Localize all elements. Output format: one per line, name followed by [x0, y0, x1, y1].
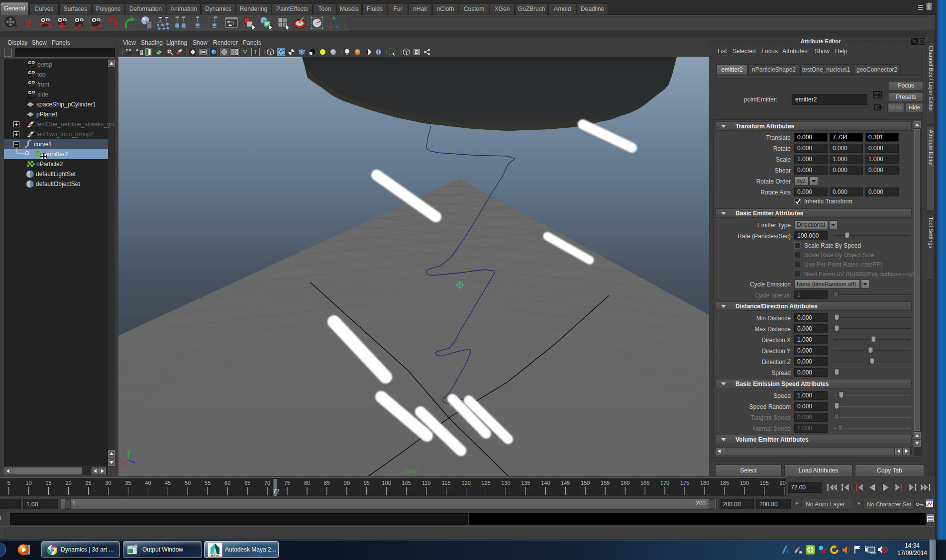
svg-text:155: 155: [601, 480, 610, 486]
svg-text:130: 130: [501, 480, 510, 486]
svg-text:200: 200: [780, 480, 786, 486]
svg-text:60: 60: [224, 480, 230, 486]
svg-text:persp: persp: [403, 467, 418, 474]
svg-text:100: 100: [382, 480, 391, 486]
svg-text:170: 170: [660, 480, 669, 486]
svg-text:115: 115: [442, 480, 451, 486]
svg-text:5: 5: [7, 480, 10, 486]
svg-text:185: 185: [720, 480, 729, 486]
svg-text:72: 72: [273, 488, 280, 495]
svg-text:180: 180: [700, 480, 709, 486]
svg-text:190: 190: [740, 480, 749, 486]
svg-text:85: 85: [324, 480, 330, 486]
svg-text:y: y: [129, 448, 132, 453]
svg-text:70: 70: [264, 480, 270, 486]
svg-text:140: 140: [541, 480, 550, 486]
svg-text:30: 30: [105, 480, 111, 486]
svg-text:175: 175: [680, 480, 689, 486]
svg-text:160: 160: [621, 480, 630, 486]
svg-text:45: 45: [165, 480, 171, 486]
svg-text:?: ?: [25, 16, 32, 30]
svg-text:120: 120: [461, 480, 470, 486]
svg-text:95: 95: [364, 480, 370, 486]
svg-text:80: 80: [304, 480, 310, 486]
svg-text:125: 125: [481, 480, 490, 486]
svg-text:15: 15: [45, 480, 51, 486]
svg-text:25: 25: [85, 480, 91, 486]
svg-text:65: 65: [244, 480, 250, 486]
svg-text:20: 20: [65, 480, 71, 486]
svg-text:T: T: [254, 49, 258, 56]
svg-text:195: 195: [760, 480, 769, 486]
svg-text:135: 135: [521, 480, 530, 486]
svg-text:90: 90: [344, 480, 350, 486]
svg-text:150: 150: [581, 480, 590, 486]
svg-text:40: 40: [145, 480, 151, 486]
svg-text:10: 10: [26, 480, 32, 486]
svg-text:145: 145: [561, 480, 570, 486]
svg-text:55: 55: [205, 480, 210, 486]
svg-text:165: 165: [640, 480, 649, 486]
svg-text:75: 75: [284, 480, 290, 486]
svg-text:MAYA: MAYA: [211, 554, 219, 557]
svg-text:50: 50: [185, 480, 191, 486]
svg-text:35: 35: [125, 480, 131, 486]
svg-text:105: 105: [402, 480, 411, 486]
svg-text:110: 110: [422, 480, 431, 486]
